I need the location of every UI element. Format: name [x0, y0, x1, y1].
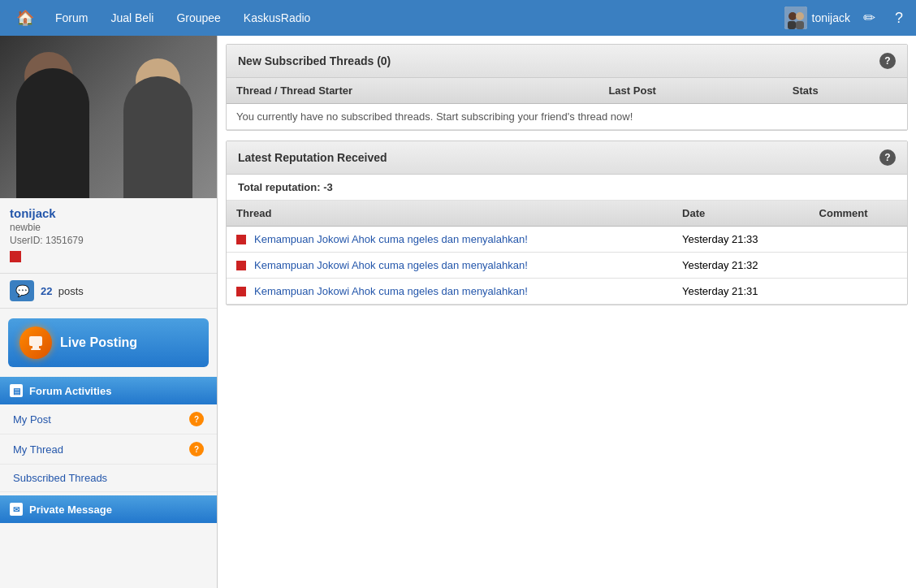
reputation-title: Latest Reputation Received [238, 151, 387, 164]
thread-link[interactable]: Kemampuan Jokowi Ahok cuma ngeles dan me… [254, 285, 528, 297]
edit-icon[interactable]: ✏ [857, 9, 882, 27]
profile-image [0, 36, 217, 198]
profile-userid: UserID: 1351679 [10, 235, 207, 246]
subscribed-label: Subscribed Threads [13, 472, 107, 484]
private-message-label: Private Message [29, 504, 112, 516]
rep-total-label: Total reputation: [238, 181, 321, 193]
subscribed-threads-table: Thread / Thread Starter Last Post Stats … [227, 78, 907, 130]
forum-activities-header: ▤ Forum Activities [0, 377, 217, 404]
main-layout: tonijack newbie UserID: 1351679 💬 22 pos… [0, 36, 916, 588]
posts-count-bar: 💬 22 posts [0, 273, 217, 309]
subscribed-threads-header: New Subscribed Threads (0) ? [227, 45, 907, 78]
profile-username[interactable]: tonijack [10, 206, 207, 220]
table-row: Kemampuan Jokowi Ahok cuma ngeles dan me… [227, 253, 907, 279]
rep-date-cell: Yesterday 21:31 [672, 279, 810, 305]
rep-comment-cell [810, 279, 907, 305]
private-message-header: ✉ Private Message [0, 495, 217, 523]
svg-rect-3 [788, 21, 796, 29]
thread-link[interactable]: Kemampuan Jokowi Ahok cuma ngeles dan me… [254, 233, 528, 245]
reputation-help[interactable]: ? [879, 149, 896, 166]
rep-dot [236, 287, 246, 296]
posts-text: 22 posts [41, 285, 84, 297]
username-label: tonijack [812, 11, 850, 24]
private-message-icon: ✉ [10, 503, 23, 516]
mythread-badge: ? [189, 442, 204, 456]
content-area: New Subscribed Threads (0) ? Thread / Th… [218, 36, 916, 588]
svg-rect-6 [32, 346, 39, 348]
reputation-panel: Latest Reputation Received ? Total reput… [226, 141, 908, 305]
rep-dot [236, 261, 246, 270]
person-right-body [123, 76, 192, 198]
svg-rect-5 [29, 336, 42, 346]
person-left-body [16, 68, 89, 198]
user-info[interactable]: tonijack [784, 6, 850, 29]
svg-point-2 [796, 12, 804, 20]
nav-forum[interactable]: Forum [44, 0, 99, 36]
sidebar-item-subscribed[interactable]: Subscribed Threads [0, 465, 217, 492]
rep-thread-cell: Kemampuan Jokowi Ahok cuma ngeles dan me… [227, 227, 672, 253]
rep-date-cell: Yesterday 21:33 [672, 227, 810, 253]
live-posting-label: Live Posting [60, 335, 137, 350]
rep-total-value: -3 [323, 181, 333, 193]
live-posting-icon [19, 326, 52, 359]
home-button[interactable]: 🏠 [6, 9, 44, 27]
rep-thread-cell: Kemampuan Jokowi Ahok cuma ngeles dan me… [227, 279, 672, 305]
svg-rect-4 [796, 21, 804, 29]
nav-groupee[interactable]: Groupee [165, 0, 231, 36]
rep-thread-cell: Kemampuan Jokowi Ahok cuma ngeles dan me… [227, 253, 672, 279]
mythread-label: My Thread [13, 443, 63, 456]
sidebar-item-mythread[interactable]: My Thread ? [0, 435, 217, 465]
profile-info: tonijack newbie UserID: 1351679 [0, 198, 217, 273]
mypost-badge: ? [189, 412, 204, 426]
live-posting-button[interactable]: Live Posting [8, 318, 209, 367]
subscribed-empty-row: You currently have no subscribed threads… [227, 104, 907, 130]
rep-comment-cell [810, 253, 907, 279]
subscribed-threads-title: New Subscribed Threads (0) [238, 54, 391, 67]
nav-jualbeli[interactable]: Jual Beli [99, 0, 165, 36]
posts-label: posts [58, 285, 84, 297]
posts-number: 22 [41, 285, 52, 297]
col-thread-starter: Thread / Thread Starter [227, 78, 598, 104]
rep-dot [236, 235, 246, 244]
profile-badge [10, 251, 21, 262]
sidebar: tonijack newbie UserID: 1351679 💬 22 pos… [0, 36, 218, 588]
rep-col-thread: Thread [227, 201, 672, 227]
posts-icon: 💬 [10, 280, 34, 301]
top-navigation: 🏠 Forum Jual Beli Groupee KaskusRadio to… [0, 0, 916, 36]
col-lastpost: Last Post [598, 78, 782, 104]
table-row: Kemampuan Jokowi Ahok cuma ngeles dan me… [227, 279, 907, 305]
subscribed-threads-help[interactable]: ? [879, 53, 896, 69]
profile-rank: newbie [10, 222, 207, 233]
sidebar-item-mypost[interactable]: My Post ? [0, 404, 217, 435]
reputation-total: Total reputation: -3 [227, 175, 907, 201]
svg-point-1 [789, 12, 797, 20]
rep-col-date: Date [672, 201, 810, 227]
rep-date-cell: Yesterday 21:32 [672, 253, 810, 279]
nav-kaskusradio[interactable]: KaskusRadio [232, 0, 322, 36]
subscribed-empty-message: You currently have no subscribed threads… [227, 104, 907, 130]
mypost-label: My Post [13, 413, 51, 426]
avatar [784, 6, 807, 29]
forum-activities-label: Forum Activities [29, 385, 111, 397]
subscribed-threads-panel: New Subscribed Threads (0) ? Thread / Th… [226, 44, 908, 131]
reputation-table: Thread Date Comment Kemampuan Jokowi Aho… [227, 201, 907, 305]
forum-activities-icon: ▤ [10, 384, 23, 397]
thread-link[interactable]: Kemampuan Jokowi Ahok cuma ngeles dan me… [254, 259, 528, 271]
rep-comment-cell [810, 227, 907, 253]
help-icon[interactable]: ? [888, 10, 910, 27]
svg-rect-7 [31, 348, 41, 350]
col-stats: Stats [783, 78, 907, 104]
table-row: Kemampuan Jokowi Ahok cuma ngeles dan me… [227, 227, 907, 253]
reputation-header: Latest Reputation Received ? [227, 141, 907, 175]
rep-col-comment: Comment [810, 201, 907, 227]
